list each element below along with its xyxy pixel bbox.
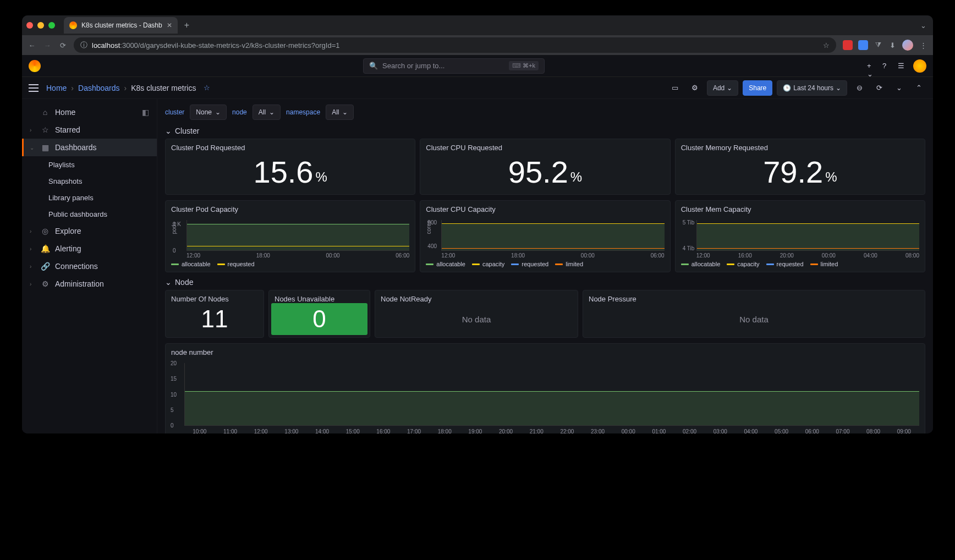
app-topbar: 🔍 Search or jump to... ⌨ ⌘+k + ⌄ ? ☰ xyxy=(22,55,933,77)
chart: 1 K 0 pods 12:0018:0000:0006:00 xyxy=(171,220,409,259)
sidebar-item-snapshots[interactable]: Snapshots xyxy=(22,173,157,189)
template-variables: cluster None ⌄ node All ⌄ namespace All … xyxy=(165,105,925,120)
breadcrumb-current: K8s cluster metrics xyxy=(131,84,196,92)
bookmark-star-icon[interactable]: ☆ xyxy=(823,41,830,50)
close-window[interactable] xyxy=(26,22,33,29)
help-icon[interactable]: ? xyxy=(882,62,891,70)
stat-value: 95.2% xyxy=(426,154,664,190)
zoom-out-icon[interactable]: ⊖ xyxy=(852,80,867,96)
sidebar-item-explore[interactable]: ›◎Explore xyxy=(22,222,157,240)
dashboard-icon: ▦ xyxy=(41,143,50,152)
new-tab-button[interactable]: + xyxy=(184,20,189,30)
grafana-favicon xyxy=(69,21,77,29)
sidebar-item-playlists[interactable]: Playlists xyxy=(22,156,157,173)
home-icon: ⌂ xyxy=(41,108,50,117)
chart: 5 Tib 4 Tib 12:0016:0020:0000:0004:0008:… xyxy=(681,220,919,259)
window-controls xyxy=(26,22,55,29)
chart-legend[interactable]: allocatable capacity requested limited xyxy=(426,261,664,267)
chevron-down-icon: ⌄ xyxy=(165,127,172,135)
panel-mem-requested[interactable]: Cluster Memory Requested 79.2% xyxy=(675,139,925,195)
browser-tab[interactable]: K8s cluster metrics - Dashb ✕ xyxy=(64,17,178,34)
breadcrumb-home[interactable]: Home xyxy=(46,84,67,92)
no-data-message: No data xyxy=(381,305,572,333)
sidebar-item-administration[interactable]: ›⚙Administration xyxy=(22,275,157,293)
star-icon: ☆ xyxy=(41,125,50,134)
row-node[interactable]: ⌄Node xyxy=(165,278,925,287)
breadcrumb-bar: Home › Dashboards › K8s cluster metrics … xyxy=(22,77,933,99)
profile-avatar[interactable] xyxy=(902,40,913,51)
reload-icon[interactable]: ⟳ xyxy=(58,41,67,50)
dashboard-canvas: cluster None ⌄ node All ⌄ namespace All … xyxy=(157,99,933,433)
dock-toggle-icon[interactable]: ◧ xyxy=(142,108,149,117)
breadcrumb-dashboards[interactable]: Dashboards xyxy=(78,84,120,92)
address-bar[interactable]: ⓘ localhost:3000/d/garysdevil-kube-state… xyxy=(74,37,836,53)
extension-icon[interactable] xyxy=(858,40,868,50)
menu-toggle-icon[interactable] xyxy=(29,84,39,92)
var-label-cluster: cluster xyxy=(165,108,184,116)
sidebar-item-alerting[interactable]: ›🔔Alerting xyxy=(22,240,157,257)
maximize-window[interactable] xyxy=(48,22,55,29)
breadcrumb: Home › Dashboards › K8s cluster metrics xyxy=(46,84,196,92)
close-tab-icon[interactable]: ✕ xyxy=(167,21,172,29)
sidebar-item-home[interactable]: ⌂Home◧ xyxy=(22,103,157,121)
stat-value: 11 xyxy=(171,305,258,333)
chart: 500 400 cores 12:0018:0000:0006:00 xyxy=(426,220,664,259)
add-button[interactable]: Add ⌄ xyxy=(707,80,738,96)
sidebar-item-dashboards[interactable]: ⌄▦Dashboards xyxy=(22,139,157,156)
tv-mode-icon[interactable]: ▭ xyxy=(667,80,683,96)
panel-node-notready[interactable]: Node NotReady No data xyxy=(375,290,578,338)
collapse-icon[interactable]: ⌃ xyxy=(911,80,926,96)
chart-legend[interactable]: allocatable capacity requested limited xyxy=(681,261,919,267)
var-select-namespace[interactable]: All ⌄ xyxy=(326,105,354,120)
share-button[interactable]: Share xyxy=(743,80,772,96)
tabs-dropdown-icon[interactable]: ⌄ xyxy=(918,20,929,31)
minimize-window[interactable] xyxy=(37,22,44,29)
panel-node-number[interactable]: node number 20 15 10 5 0 10:0011:0012:00… xyxy=(165,343,925,433)
browser-tab-bar: K8s cluster metrics - Dashb ✕ + ⌄ xyxy=(22,15,933,35)
chevron-down-icon: ⌄ xyxy=(836,84,841,92)
chevron-down-icon: ⌄ xyxy=(215,108,221,116)
chevron-down-icon: ⌄ xyxy=(342,108,348,116)
chart: 20 15 10 5 0 10:0011:0012:0013:0014:0015… xyxy=(171,363,919,433)
settings-icon[interactable]: ⚙ xyxy=(687,80,702,96)
forward-icon[interactable]: → xyxy=(43,41,52,50)
news-icon[interactable]: ☰ xyxy=(898,62,907,70)
search-input[interactable]: 🔍 Search or jump to... ⌨ ⌘+k xyxy=(363,58,545,74)
extensions-icon[interactable]: ⧩ xyxy=(874,41,882,50)
var-select-node[interactable]: All ⌄ xyxy=(253,105,281,120)
grafana-logo[interactable] xyxy=(29,60,41,72)
var-select-cluster[interactable]: None ⌄ xyxy=(190,105,227,120)
compass-icon: ◎ xyxy=(41,227,50,235)
panel-cpu-requested[interactable]: Cluster CPU Requested 95.2% xyxy=(420,139,670,195)
refresh-icon[interactable]: ⟳ xyxy=(871,80,887,96)
row-cluster[interactable]: ⌄Cluster xyxy=(165,127,925,135)
sidebar-item-starred[interactable]: ›☆Starred xyxy=(22,121,157,139)
panel-pod-requested[interactable]: Cluster Pod Requested 15.6% xyxy=(165,139,415,195)
search-icon: 🔍 xyxy=(369,62,378,70)
panel-pod-capacity[interactable]: Cluster Pod Capacity 1 K 0 pods 12:0018:… xyxy=(165,200,415,272)
favorite-star-icon[interactable]: ☆ xyxy=(204,84,210,92)
menu-icon[interactable]: ⋮ xyxy=(919,41,927,50)
user-avatar[interactable] xyxy=(913,59,926,73)
sidebar: ⌂Home◧ ›☆Starred ⌄▦Dashboards Playlists … xyxy=(22,99,157,433)
keyboard-shortcut: ⌨ ⌘+k xyxy=(509,61,539,70)
panel-node-pressure[interactable]: Node Pressure No data xyxy=(583,290,925,338)
extension-icon[interactable] xyxy=(843,40,853,50)
clock-icon: 🕒 xyxy=(783,84,791,92)
panel-number-of-nodes[interactable]: Number Of Nodes 11 xyxy=(165,290,264,338)
add-icon[interactable]: + ⌄ xyxy=(867,62,876,70)
sidebar-item-library-panels[interactable]: Library panels xyxy=(22,189,157,206)
panel-cpu-capacity[interactable]: Cluster CPU Capacity 500 400 cores 12:00… xyxy=(420,200,670,272)
sidebar-item-connections[interactable]: ›🔗Connections xyxy=(22,257,157,275)
panel-mem-capacity[interactable]: Cluster Mem Capacity 5 Tib 4 Tib 12:0016… xyxy=(675,200,925,272)
sidebar-item-public-dashboards[interactable]: Public dashboards xyxy=(22,206,157,222)
chevron-down-icon: ⌄ xyxy=(269,108,275,116)
panel-nodes-unavailable[interactable]: Nodes Unavailable 0 xyxy=(268,290,370,338)
chevron-down-icon: ⌄ xyxy=(727,84,732,92)
time-picker[interactable]: 🕒 Last 24 hours ⌄ xyxy=(777,80,847,96)
refresh-interval-icon[interactable]: ⌄ xyxy=(891,80,907,96)
downloads-icon[interactable]: ⬇ xyxy=(888,41,897,50)
site-info-icon[interactable]: ⓘ xyxy=(80,40,87,50)
chart-legend[interactable]: allocatable requested xyxy=(171,261,409,267)
back-icon[interactable]: ← xyxy=(28,41,36,50)
